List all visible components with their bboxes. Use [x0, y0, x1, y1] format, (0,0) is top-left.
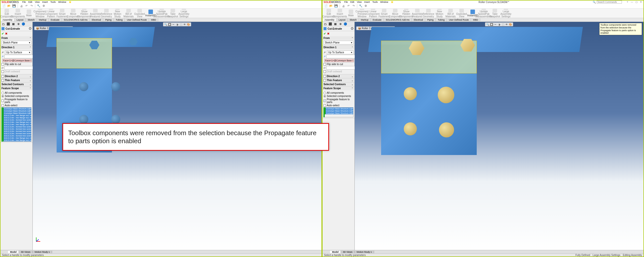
ribbon-exploded-view[interactable]: Exploded View: [134, 9, 145, 18]
menu-edit[interactable]: Edit: [350, 1, 354, 3]
from-section[interactable]: From⌃: [1, 36, 32, 40]
ribbon-ref-geometry[interactable]: Reference Geometry: [101, 9, 112, 18]
redo-icon[interactable]: ↷: [29, 4, 33, 8]
from-section[interactable]: From⌃: [323, 36, 354, 40]
reverse-icon[interactable]: ↗: [2, 51, 4, 54]
menu-window[interactable]: Window: [380, 1, 388, 3]
menu-file[interactable]: File: [22, 1, 26, 3]
menu-tools[interactable]: Tools: [50, 1, 56, 3]
ribbon-preview-window[interactable]: Component Preview Window: [35, 9, 45, 18]
draft-input[interactable]: [4, 66, 34, 70]
direction-input[interactable]: [326, 55, 356, 58]
scope-selection-list[interactable]: Conveyor Base Structure-1@RolleConveyor …: [325, 107, 353, 117]
ribbon-large-assembly[interactable]: Large Assembly Settings: [179, 9, 189, 18]
tab-markup[interactable]: Markup: [37, 18, 49, 21]
face-selection[interactable]: [2, 59, 32, 62]
appearance-icon[interactable]: 🔵: [22, 22, 25, 26]
feature-scope-section[interactable]: Feature Scope⌃: [1, 86, 32, 90]
ok-button[interactable]: ✔: [2, 32, 4, 35]
display-icon[interactable]: ⊕: [339, 22, 342, 26]
direction-input[interactable]: [4, 55, 34, 58]
flip-checkbox[interactable]: [324, 63, 326, 66]
ribbon-snapshot[interactable]: Take Snapshot: [490, 9, 500, 18]
tab-layout[interactable]: Layout: [337, 18, 348, 21]
ribbon-bom[interactable]: Bill of Materials: [445, 9, 456, 18]
list-item[interactable]: Conveyor Base Structure-1@Rolle: [325, 108, 353, 110]
menu-file[interactable]: File: [344, 1, 348, 3]
print-icon[interactable]: 🖨: [19, 4, 23, 8]
menu-view[interactable]: View: [35, 1, 39, 3]
property-icon[interactable]: ⬛: [7, 22, 10, 26]
print-icon[interactable]: 🖨: [341, 4, 345, 8]
tab-3dviews[interactable]: 3D Views: [19, 251, 33, 253]
ribbon-show-hidden[interactable]: Show Hidden Components: [401, 9, 412, 18]
ribbon-exploded-view[interactable]: Exploded View: [456, 9, 467, 18]
selected-contours-section[interactable]: Selected Contours⌄: [323, 82, 354, 86]
ribbon-insert-components[interactable]: Insert Components: [13, 9, 23, 18]
ribbon-insert-components[interactable]: Insert Components: [335, 9, 345, 18]
graphics-area[interactable]: 🔍 🔲 ✂ ◑ ⬚ 👁 🎨 📦 Roller Conveyor (IBA SDR…: [355, 22, 643, 250]
propagate-checkbox[interactable]: [324, 99, 326, 102]
feature-scope-section[interactable]: Feature Scope⌃: [323, 86, 354, 90]
flip-checkbox[interactable]: [2, 63, 4, 66]
options-icon[interactable]: ⚙: [364, 4, 368, 8]
feature-tree-icon[interactable]: 🗀: [2, 22, 5, 26]
list-item[interactable]: Conveyor Base Structure-1@Rolle: [3, 108, 31, 110]
ribbon-linear-pattern[interactable]: Linear Component Pattern: [368, 9, 378, 18]
tab-addins[interactable]: SOLIDWORKS Add-Ins: [384, 18, 412, 21]
reverse-icon[interactable]: ↗: [324, 51, 326, 54]
tab-evaluate[interactable]: Evaluate: [371, 18, 384, 21]
ribbon-large-assembly[interactable]: Large Assembly Settings: [501, 9, 511, 18]
list-item[interactable]: b18.2.2.4m - hex flange nut, m10: [3, 137, 31, 139]
display-style-icon[interactable]: ◑: [498, 23, 501, 26]
tab-motion-study[interactable]: Motion Study 1: [355, 251, 374, 253]
section-icon[interactable]: ✂: [172, 23, 175, 26]
cancel-button[interactable]: ✖: [327, 32, 330, 35]
list-item[interactable]: b18.2.2.4m - hex flange nut, m10: [3, 121, 31, 123]
tab-evaluate[interactable]: Evaluate: [49, 18, 62, 21]
propagate-checkbox[interactable]: [2, 99, 4, 102]
list-item[interactable]: b18.2.2.4m - hex flange nut, m10: [3, 114, 31, 117]
ribbon-assembly-features[interactable]: Assembly Features: [90, 9, 101, 18]
ribbon-motion-study[interactable]: New Motion Study: [434, 9, 445, 18]
tab-sketch[interactable]: Sketch: [348, 18, 359, 21]
close-button[interactable]: ✕: [639, 1, 642, 3]
from-dropdown[interactable]: Sketch Plane▾: [324, 41, 353, 44]
direction-icon[interactable]: ↗: [2, 55, 4, 58]
list-item[interactable]: b18.2.3.2m - formed hex screw, m: [3, 132, 31, 135]
tab-3dviews[interactable]: 3D Views: [341, 251, 355, 253]
end-condition-dropdown[interactable]: Up To Surface▾: [5, 50, 31, 54]
tab-mbd[interactable]: MBD: [149, 18, 158, 21]
tab-electrical[interactable]: Electrical: [412, 18, 425, 21]
ribbon-show-hidden[interactable]: Show Hidden Components: [79, 9, 90, 18]
ribbon-snapshot[interactable]: Take Snapshot: [168, 9, 178, 18]
tab-electrical[interactable]: Electrical: [90, 18, 103, 21]
thin-checkbox[interactable]: [2, 79, 4, 82]
view-orient-icon[interactable]: ⬚: [179, 23, 182, 26]
from-dropdown[interactable]: Sketch Plane▾: [2, 41, 31, 44]
hide-show-icon[interactable]: 👁: [183, 23, 186, 26]
section-icon[interactable]: ✂: [494, 23, 497, 26]
ok-button[interactable]: ✔: [324, 32, 326, 35]
tab-assembly[interactable]: Assembly: [1, 18, 15, 21]
list-item[interactable]: Conveyor Base Structure-1@Rolle: [325, 110, 353, 112]
tab-tubing[interactable]: Tubing: [436, 18, 447, 21]
all-components-radio[interactable]: [324, 92, 326, 94]
direction-icon[interactable]: ↗: [324, 55, 326, 58]
ribbon-mate[interactable]: Mate: [346, 9, 356, 18]
list-item[interactable]: b18.2.2.4m - hex flange nut, m10: [3, 123, 31, 126]
config-icon[interactable]: ▦: [334, 22, 337, 26]
draft-input[interactable]: [326, 66, 356, 70]
tab-model[interactable]: Model: [330, 251, 341, 253]
zoom-area-icon[interactable]: 🔲: [168, 23, 171, 26]
tab-layout[interactable]: Layout: [15, 18, 26, 21]
menu-view[interactable]: View: [357, 1, 361, 3]
dir2-checkbox[interactable]: [324, 75, 326, 78]
undo-icon[interactable]: ↶: [346, 4, 350, 8]
direction2-section[interactable]: Direction 2⌄: [1, 74, 32, 78]
rebuild-icon[interactable]: 🔧: [37, 4, 41, 8]
ribbon-bom[interactable]: Bill of Materials: [123, 9, 134, 18]
menu-insert[interactable]: Insert: [364, 1, 370, 3]
view-orient-icon[interactable]: ⬚: [501, 23, 504, 26]
feature-tree-icon[interactable]: 🗀: [324, 22, 327, 26]
